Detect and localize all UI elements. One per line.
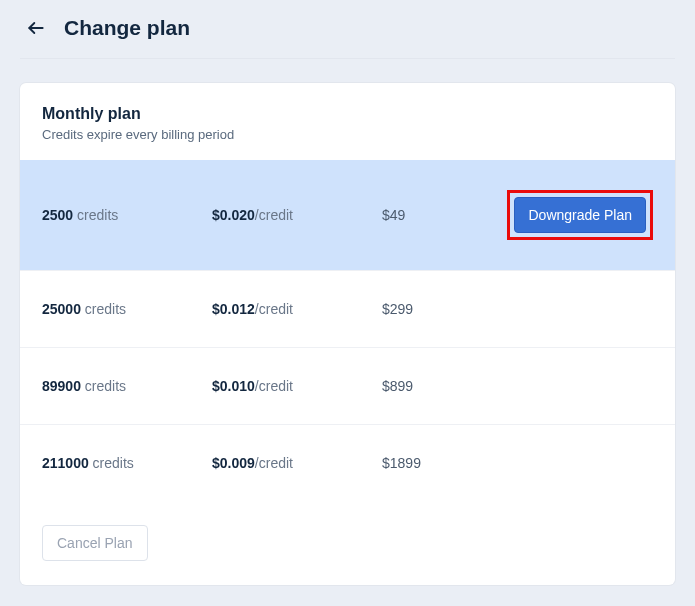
plan-price: $899: [382, 378, 472, 394]
plan-section-title: Monthly plan: [20, 105, 675, 123]
plan-rate: $0.010/credit: [212, 378, 382, 394]
back-arrow-icon[interactable]: [26, 18, 46, 38]
plan-row[interactable]: 211000 credits$0.009/credit$1899: [20, 425, 675, 501]
plan-credits: 89900 credits: [42, 378, 212, 394]
plan-price: $1899: [382, 455, 472, 471]
plan-credits-label: credits: [81, 378, 126, 394]
header-divider: [20, 58, 675, 59]
downgrade-plan-button[interactable]: Downgrade Plan: [514, 197, 646, 233]
plan-rate: $0.009/credit: [212, 455, 382, 471]
plan-credits-amount: 211000: [42, 455, 89, 471]
plan-rate: $0.012/credit: [212, 301, 382, 317]
plan-rate-amount: $0.020: [212, 207, 255, 223]
plan-credits-label: credits: [73, 207, 118, 223]
highlight-box: Downgrade Plan: [507, 190, 653, 240]
plan-card: Monthly plan Credits expire every billin…: [20, 83, 675, 585]
page-header: Change plan: [0, 0, 695, 58]
plan-price: $49: [382, 207, 472, 223]
plan-credits-label: credits: [81, 301, 126, 317]
plan-row[interactable]: 2500 credits$0.020/credit$49Downgrade Pl…: [20, 160, 675, 271]
plan-credits: 25000 credits: [42, 301, 212, 317]
plan-action-cell: Downgrade Plan: [472, 190, 653, 240]
plan-rate-amount: $0.012: [212, 301, 255, 317]
plan-rate-label: /credit: [255, 378, 293, 394]
plan-rate-amount: $0.010: [212, 378, 255, 394]
plan-credits-amount: 25000: [42, 301, 81, 317]
plan-rate-amount: $0.009: [212, 455, 255, 471]
plan-credits: 2500 credits: [42, 207, 212, 223]
plan-rate-label: /credit: [255, 455, 293, 471]
plan-credits: 211000 credits: [42, 455, 212, 471]
plan-rate-label: /credit: [255, 301, 293, 317]
plan-row[interactable]: 25000 credits$0.012/credit$299: [20, 271, 675, 348]
plan-credits-amount: 2500: [42, 207, 73, 223]
plan-credits-amount: 89900: [42, 378, 81, 394]
plan-credits-label: credits: [89, 455, 134, 471]
page-title: Change plan: [64, 16, 190, 40]
cancel-plan-button[interactable]: Cancel Plan: [42, 525, 148, 561]
plan-price: $299: [382, 301, 472, 317]
plan-rate-label: /credit: [255, 207, 293, 223]
plan-section-subtitle: Credits expire every billing period: [20, 123, 675, 160]
plan-rate: $0.020/credit: [212, 207, 382, 223]
plan-row[interactable]: 89900 credits$0.010/credit$899: [20, 348, 675, 425]
